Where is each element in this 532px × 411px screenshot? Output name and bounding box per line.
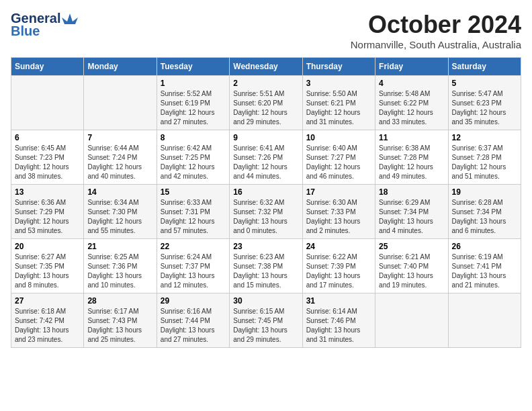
day-info: Sunrise: 6:36 AMSunset: 7:29 PMDaylight:… — [15, 198, 80, 236]
page-header: General Blue October 2024 Normanville, S… — [11, 11, 521, 50]
day-number: 1 — [161, 79, 226, 88]
day-number: 22 — [161, 242, 226, 251]
header-wednesday: Wednesday — [230, 58, 302, 76]
logo-icon — [62, 12, 78, 26]
day-cell: 14Sunrise: 6:34 AMSunset: 7:30 PMDayligh… — [84, 185, 157, 239]
day-info: Sunrise: 6:33 AMSunset: 7:31 PMDaylight:… — [161, 198, 226, 236]
day-number: 3 — [306, 79, 371, 88]
day-cell: 11Sunrise: 6:38 AMSunset: 7:28 PMDayligh… — [375, 130, 448, 185]
day-number: 26 — [452, 242, 517, 251]
day-cell: 21Sunrise: 6:25 AMSunset: 7:36 PMDayligh… — [84, 239, 157, 293]
day-info: Sunrise: 6:37 AMSunset: 7:28 PMDaylight:… — [452, 144, 517, 181]
day-number: 21 — [87, 242, 152, 251]
day-number: 9 — [233, 133, 298, 142]
header-friday: Friday — [375, 58, 448, 76]
day-cell: 5Sunrise: 5:47 AMSunset: 6:23 PMDaylight… — [448, 76, 521, 130]
svg-marker-0 — [62, 13, 78, 24]
day-number: 18 — [379, 187, 444, 197]
day-info: Sunrise: 6:14 AMSunset: 7:46 PMDaylight:… — [306, 307, 371, 345]
day-cell: 4Sunrise: 5:48 AMSunset: 6:22 PMDaylight… — [375, 76, 448, 130]
day-info: Sunrise: 6:15 AMSunset: 7:45 PMDaylight:… — [233, 307, 298, 345]
day-info: Sunrise: 6:21 AMSunset: 7:40 PMDaylight:… — [379, 253, 444, 290]
day-info: Sunrise: 5:50 AMSunset: 6:21 PMDaylight:… — [306, 89, 371, 127]
header-thursday: Thursday — [302, 58, 375, 76]
header-row: SundayMondayTuesdayWednesdayThursdayFrid… — [11, 58, 521, 76]
day-number: 13 — [15, 187, 80, 197]
day-number: 4 — [379, 79, 444, 88]
day-cell: 10Sunrise: 6:40 AMSunset: 7:27 PMDayligh… — [302, 130, 375, 185]
header-tuesday: Tuesday — [157, 58, 229, 76]
day-number: 15 — [161, 187, 226, 197]
day-number: 30 — [233, 296, 298, 306]
day-cell: 28Sunrise: 6:17 AMSunset: 7:43 PMDayligh… — [84, 293, 157, 348]
day-info: Sunrise: 6:18 AMSunset: 7:42 PMDaylight:… — [15, 307, 80, 345]
day-cell: 24Sunrise: 6:22 AMSunset: 7:39 PMDayligh… — [302, 239, 375, 293]
day-number: 23 — [233, 242, 298, 251]
day-info: Sunrise: 6:41 AMSunset: 7:26 PMDaylight:… — [233, 144, 298, 181]
day-cell: 6Sunrise: 6:45 AMSunset: 7:23 PMDaylight… — [11, 130, 84, 185]
day-cell: 2Sunrise: 5:51 AMSunset: 6:20 PMDaylight… — [230, 76, 302, 130]
calendar-body: 1Sunrise: 5:52 AMSunset: 6:19 PMDaylight… — [11, 76, 521, 348]
day-number: 17 — [306, 187, 371, 197]
day-info: Sunrise: 6:38 AMSunset: 7:28 PMDaylight:… — [379, 144, 444, 181]
week-row-1: 1Sunrise: 5:52 AMSunset: 6:19 PMDaylight… — [11, 76, 521, 130]
day-cell — [375, 293, 448, 348]
day-info: Sunrise: 6:19 AMSunset: 7:41 PMDaylight:… — [452, 253, 517, 290]
day-info: Sunrise: 6:29 AMSunset: 7:34 PMDaylight:… — [379, 198, 444, 236]
day-number: 14 — [87, 187, 152, 197]
day-cell: 17Sunrise: 6:30 AMSunset: 7:33 PMDayligh… — [302, 185, 375, 239]
title-area: October 2024 Normanville, South Australi… — [351, 11, 521, 50]
day-info: Sunrise: 6:17 AMSunset: 7:43 PMDaylight:… — [87, 307, 152, 345]
header-sunday: Sunday — [11, 58, 84, 76]
day-number: 10 — [306, 133, 371, 142]
day-number: 20 — [15, 242, 80, 251]
month-title: October 2024 — [351, 11, 521, 39]
day-info: Sunrise: 6:27 AMSunset: 7:35 PMDaylight:… — [15, 253, 80, 290]
day-info: Sunrise: 6:30 AMSunset: 7:33 PMDaylight:… — [306, 198, 371, 236]
day-cell: 8Sunrise: 6:42 AMSunset: 7:25 PMDaylight… — [157, 130, 229, 185]
day-info: Sunrise: 6:25 AMSunset: 7:36 PMDaylight:… — [87, 253, 152, 290]
day-info: Sunrise: 6:22 AMSunset: 7:39 PMDaylight:… — [306, 253, 371, 290]
day-cell: 16Sunrise: 6:32 AMSunset: 7:32 PMDayligh… — [230, 185, 302, 239]
day-info: Sunrise: 6:16 AMSunset: 7:44 PMDaylight:… — [161, 307, 226, 345]
day-number: 25 — [379, 242, 444, 251]
week-row-2: 6Sunrise: 6:45 AMSunset: 7:23 PMDaylight… — [11, 130, 521, 185]
day-number: 31 — [306, 296, 371, 306]
day-info: Sunrise: 6:45 AMSunset: 7:23 PMDaylight:… — [15, 144, 80, 181]
day-number: 27 — [15, 296, 80, 306]
day-cell: 30Sunrise: 6:15 AMSunset: 7:45 PMDayligh… — [230, 293, 302, 348]
day-number: 7 — [87, 133, 152, 142]
day-cell: 1Sunrise: 5:52 AMSunset: 6:19 PMDaylight… — [157, 76, 229, 130]
day-number: 12 — [452, 133, 517, 142]
location-subtitle: Normanville, South Australia, Australia — [351, 39, 521, 50]
week-row-3: 13Sunrise: 6:36 AMSunset: 7:29 PMDayligh… — [11, 185, 521, 239]
week-row-5: 27Sunrise: 6:18 AMSunset: 7:42 PMDayligh… — [11, 293, 521, 348]
day-cell: 23Sunrise: 6:23 AMSunset: 7:38 PMDayligh… — [230, 239, 302, 293]
day-number: 5 — [452, 79, 517, 88]
calendar-table: SundayMondayTuesdayWednesdayThursdayFrid… — [11, 57, 521, 348]
day-info: Sunrise: 5:51 AMSunset: 6:20 PMDaylight:… — [233, 89, 298, 127]
day-number: 19 — [452, 187, 517, 197]
day-number: 28 — [87, 296, 152, 306]
day-cell: 26Sunrise: 6:19 AMSunset: 7:41 PMDayligh… — [448, 239, 521, 293]
day-number: 6 — [15, 133, 80, 142]
header-saturday: Saturday — [448, 58, 521, 76]
day-cell: 31Sunrise: 6:14 AMSunset: 7:46 PMDayligh… — [302, 293, 375, 348]
day-info: Sunrise: 5:48 AMSunset: 6:22 PMDaylight:… — [379, 89, 444, 127]
day-cell: 15Sunrise: 6:33 AMSunset: 7:31 PMDayligh… — [157, 185, 229, 239]
day-info: Sunrise: 5:47 AMSunset: 6:23 PMDaylight:… — [452, 89, 517, 127]
day-number: 24 — [306, 242, 371, 251]
day-cell — [84, 76, 157, 130]
day-number: 16 — [233, 187, 298, 197]
day-info: Sunrise: 6:28 AMSunset: 7:34 PMDaylight:… — [452, 198, 517, 236]
day-info: Sunrise: 6:40 AMSunset: 7:27 PMDaylight:… — [306, 144, 371, 181]
day-number: 8 — [161, 133, 226, 142]
logo-blue: Blue — [11, 24, 40, 39]
day-cell: 12Sunrise: 6:37 AMSunset: 7:28 PMDayligh… — [448, 130, 521, 185]
day-cell: 29Sunrise: 6:16 AMSunset: 7:44 PMDayligh… — [157, 293, 229, 348]
logo: General Blue — [11, 11, 78, 39]
day-cell: 25Sunrise: 6:21 AMSunset: 7:40 PMDayligh… — [375, 239, 448, 293]
day-cell: 13Sunrise: 6:36 AMSunset: 7:29 PMDayligh… — [11, 185, 84, 239]
day-info: Sunrise: 6:42 AMSunset: 7:25 PMDaylight:… — [161, 144, 226, 181]
day-cell: 3Sunrise: 5:50 AMSunset: 6:21 PMDaylight… — [302, 76, 375, 130]
